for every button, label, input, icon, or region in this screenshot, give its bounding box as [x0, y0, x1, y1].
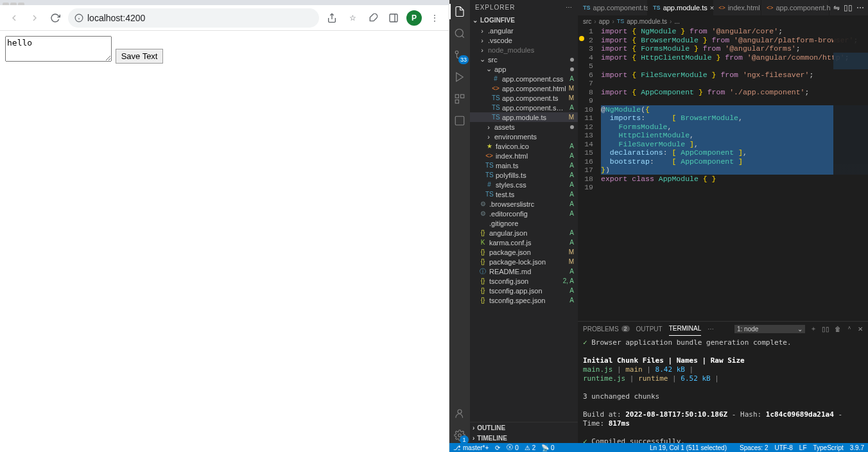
file-row[interactable]: {}tsconfig.app.jsonA: [470, 286, 578, 295]
encoding-status[interactable]: UTF-8: [774, 444, 792, 451]
panel-more-icon[interactable]: ⋯: [707, 326, 714, 333]
file-row[interactable]: ⚙.browserslistrcA: [470, 199, 578, 209]
share-icon[interactable]: [324, 10, 340, 26]
editor-tab[interactable]: <>index.html: [713, 0, 761, 15]
file-row[interactable]: #styles.cssA: [470, 180, 578, 189]
folder-row[interactable]: ⌄app: [470, 64, 578, 74]
kill-terminal-icon[interactable]: 🗑: [835, 326, 841, 333]
split-terminal-icon[interactable]: ▯▯: [822, 326, 829, 333]
sidepanel-icon[interactable]: [386, 10, 401, 26]
remote-activity-icon[interactable]: [452, 113, 467, 128]
extensions-activity-icon[interactable]: [452, 91, 467, 107]
forward-button[interactable]: [27, 10, 42, 26]
lightbulb-icon[interactable]: [579, 36, 584, 41]
breadcrumb-segment[interactable]: src: [583, 18, 591, 25]
extensions-icon[interactable]: [365, 10, 381, 26]
address-bar[interactable]: localhost:4200: [68, 8, 319, 28]
file-row[interactable]: #app.component.cssA: [470, 74, 578, 83]
code-line[interactable]: [601, 183, 868, 192]
code-line[interactable]: HttpClientModule,: [601, 131, 868, 140]
file-row[interactable]: <>index.htmlA: [470, 151, 578, 161]
breadcrumb-segment[interactable]: ...: [674, 18, 679, 25]
settings-activity-icon[interactable]: 1: [452, 428, 467, 443]
file-row[interactable]: TSmain.tsA: [470, 161, 578, 170]
panel-chevron-icon[interactable]: ＾: [846, 324, 853, 333]
code-line[interactable]: bootstrap: [ AppComponent ]: [601, 157, 868, 166]
breadcrumb-segment[interactable]: app.module.ts: [627, 18, 667, 25]
code-line[interactable]: FileSaverModule ],: [601, 140, 868, 149]
folder-row[interactable]: ›.vscode: [470, 35, 578, 45]
folder-row[interactable]: ›assets: [470, 122, 578, 132]
file-row[interactable]: TSpolyfills.tsA: [470, 170, 578, 180]
file-row[interactable]: ⚙.editorconfigA: [470, 209, 578, 218]
minimap[interactable]: [833, 27, 868, 321]
folder-row[interactable]: ›node_modules: [470, 45, 578, 55]
output-tab[interactable]: OUTPUT: [636, 326, 663, 333]
code-line[interactable]: FormsModule,: [601, 123, 868, 132]
outline-section[interactable]: › OUTLINE: [470, 422, 578, 433]
code-line[interactable]: [601, 79, 868, 88]
code-line[interactable]: import { FormsModule } from '@angular/fo…: [601, 44, 868, 53]
account-activity-icon[interactable]: [452, 406, 467, 421]
folder-row[interactable]: ›environments: [470, 132, 578, 141]
site-info-icon[interactable]: [74, 13, 83, 22]
file-row[interactable]: {}tsconfig.spec.jsonA: [470, 295, 578, 305]
file-row[interactable]: TSapp.component.tsM: [470, 93, 578, 103]
code-line[interactable]: import { NgModule } from '@angular/core'…: [601, 27, 868, 36]
sync-status[interactable]: ⟳: [495, 444, 500, 451]
file-row[interactable]: Kkarma.conf.jsA: [470, 238, 578, 247]
eol-status[interactable]: LF: [799, 444, 807, 451]
timeline-section[interactable]: › TIMELINE: [470, 433, 578, 443]
chrome-menu-icon[interactable]: ⋮: [427, 10, 442, 26]
project-root[interactable]: ⌄ LOGINFIVE: [470, 14, 578, 26]
spaces-status[interactable]: Spaces: 2: [740, 444, 768, 451]
code-line[interactable]: export class AppModule { }: [601, 175, 868, 184]
file-row[interactable]: TSapp.module.tsM: [470, 112, 578, 122]
split-editor-icon[interactable]: ▯▯: [844, 3, 853, 12]
terminal-shell-select[interactable]: 1: node ⌄: [734, 325, 805, 333]
search-activity-icon[interactable]: [452, 26, 467, 41]
new-terminal-icon[interactable]: ＋: [810, 324, 817, 333]
text-input[interactable]: [5, 36, 112, 62]
compare-icon[interactable]: ⇋: [833, 3, 840, 12]
editor-tab[interactable]: TSapp.component.ts: [578, 0, 648, 15]
breadcrumb-segment[interactable]: app: [599, 18, 610, 25]
explorer-more-icon[interactable]: ⋯: [566, 4, 573, 11]
code-line[interactable]: [601, 96, 868, 105]
file-row[interactable]: ⓘREADME.mdA: [470, 266, 578, 276]
problems-tab[interactable]: PROBLEMS 2: [583, 326, 630, 333]
file-row[interactable]: ★favicon.icoA: [470, 141, 578, 151]
problems-status[interactable]: ⓧ0 ⚠2 📡0: [507, 443, 554, 452]
code-editor[interactable]: 12345678910111213141516171819 import { N…: [578, 27, 868, 321]
code-line[interactable]: }): [601, 166, 868, 175]
file-row[interactable]: <>app.component.htmlM: [470, 83, 578, 93]
debug-activity-icon[interactable]: [452, 69, 467, 85]
file-row[interactable]: TStest.tsA: [470, 189, 578, 199]
ts-version-status[interactable]: 3.9.7: [850, 444, 864, 451]
file-row[interactable]: {}tsconfig.json2, A: [470, 276, 578, 286]
explorer-activity-icon[interactable]: [452, 4, 467, 19]
reload-button[interactable]: [48, 10, 63, 26]
file-row[interactable]: TSapp.component.spec.tsA: [470, 103, 578, 112]
profile-avatar[interactable]: P: [406, 10, 422, 26]
folder-row[interactable]: ›.angular: [470, 26, 578, 35]
code-line[interactable]: import { AppComponent } from './app.comp…: [601, 88, 868, 97]
code-line[interactable]: import { FileSaverModule } from 'ngx-fil…: [601, 71, 868, 80]
close-panel-icon[interactable]: ✕: [858, 326, 863, 333]
file-row[interactable]: {}angular.jsonA: [470, 228, 578, 238]
code-line[interactable]: imports: [ BrowserModule,: [601, 114, 868, 123]
language-status[interactable]: TypeScript: [813, 444, 844, 451]
code-line[interactable]: declarations: [ AppComponent ],: [601, 148, 868, 157]
code-line[interactable]: @NgModule({: [601, 105, 868, 114]
code-content[interactable]: import { NgModule } from '@angular/core'…: [597, 27, 868, 321]
file-row[interactable]: .gitignore: [470, 218, 578, 228]
file-row[interactable]: {}package-lock.jsonM: [470, 257, 578, 266]
git-branch-status[interactable]: ⎇ master*+: [453, 444, 489, 451]
code-line[interactable]: import { BrowserModule } from '@angular/…: [601, 36, 868, 45]
file-row[interactable]: {}package.jsonM: [470, 247, 578, 257]
bookmark-icon[interactable]: ☆: [345, 10, 360, 26]
folder-row[interactable]: ⌄src: [470, 55, 578, 64]
cursor-status[interactable]: Ln 19, Col 1 (511 selected): [650, 444, 727, 451]
editor-tab[interactable]: <>app.component.h: [761, 0, 829, 15]
breadcrumb[interactable]: src›app›TS app.module.ts›...: [578, 15, 868, 27]
